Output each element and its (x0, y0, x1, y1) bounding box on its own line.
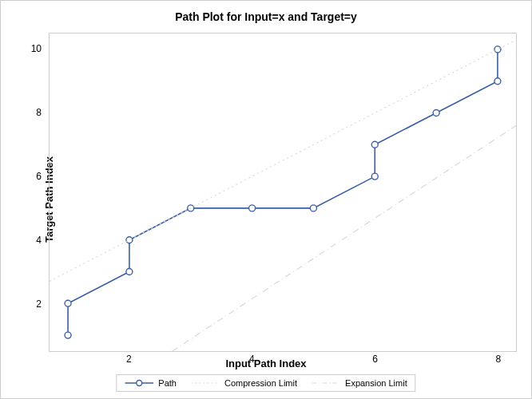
legend-item-path: Path (125, 377, 177, 389)
series-path-line (68, 49, 498, 335)
y-tick: 4 (36, 235, 42, 246)
path-marker (310, 205, 316, 211)
path-marker (371, 173, 378, 180)
y-tick: 8 (36, 107, 42, 118)
path-marker (433, 110, 439, 117)
legend-item-compression: Compression Limit (191, 377, 297, 389)
y-axis-ticks: 246810 (1, 33, 45, 352)
legend-label-path: Path (158, 378, 177, 388)
path-marker (249, 205, 256, 211)
y-tick: 10 (31, 43, 42, 54)
path-marker (371, 141, 378, 148)
x-axis-label: Input Path Index (1, 358, 531, 369)
path-marker (126, 269, 133, 275)
y-tick: 6 (36, 171, 42, 182)
path-marker (494, 78, 501, 85)
path-marker (126, 237, 133, 243)
plot-area (49, 33, 517, 352)
svg-point-1 (137, 381, 142, 386)
path-marker (65, 332, 71, 338)
path-marker (65, 300, 71, 306)
series-compression-limit (50, 40, 516, 281)
legend-swatch-path (125, 377, 153, 389)
chart-title: Path Plot for Input=x and Target=y (1, 1, 531, 23)
plot-svg (50, 34, 516, 351)
legend: Path Compression Limit Expansion Limit (116, 374, 415, 392)
legend-label-compression: Compression Limit (224, 378, 297, 388)
chart-frame: Path Plot for Input=x and Target=y Targe… (0, 0, 532, 399)
y-tick: 2 (36, 298, 42, 310)
series-expansion-limit (173, 125, 516, 351)
path-marker (494, 46, 501, 53)
legend-swatch-expansion (312, 377, 340, 389)
legend-label-expansion: Expansion Limit (345, 378, 407, 388)
legend-item-expansion: Expansion Limit (312, 377, 407, 389)
legend-swatch-compression (191, 377, 220, 389)
